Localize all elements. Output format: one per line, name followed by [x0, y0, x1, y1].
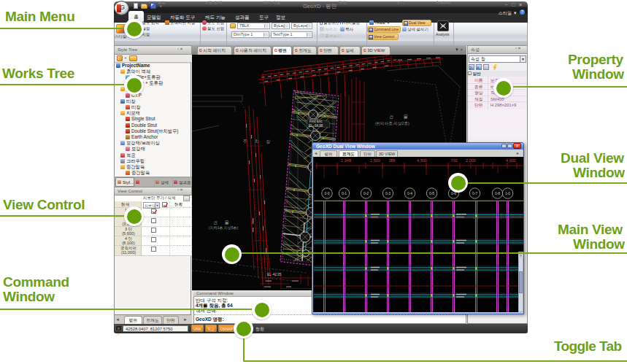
svg-text:0-2: 0-2 [363, 191, 369, 195]
svg-text:1-0: 1-0 [505, 191, 510, 195]
svg-text:0-4: 0-4 [407, 191, 412, 195]
svg-text:건 물: 건 물 [213, 220, 232, 225]
svg-text:0-8: 0-8 [495, 191, 500, 195]
svg-text:386: 386 [388, 158, 395, 163]
svg-text:First Exc: First Exc [309, 120, 323, 123]
svg-text:0-7: 0-7 [472, 191, 477, 195]
svg-text:건 물: 건 물 [389, 115, 412, 119]
svg-text:0-0: 0-0 [324, 191, 329, 195]
svg-text:(지하1층,지상5층): (지하1층,지상5층) [209, 225, 239, 230]
svg-text:4,600: 4,600 [506, 158, 516, 163]
svg-text:4,500: 4,500 [417, 158, 427, 163]
svg-text:2,348: 2,348 [341, 158, 351, 163]
svg-text:0-3: 0-3 [385, 191, 391, 195]
svg-text:EL -34.98: EL -34.98 [309, 124, 323, 128]
svg-text:0-1: 0-1 [342, 191, 347, 195]
svg-text:700: 700 [450, 158, 457, 163]
svg-text:0-5: 0-5 [429, 191, 434, 195]
svg-text:EL -42.05: EL -42.05 [267, 273, 282, 276]
svg-text:2,500: 2,500 [370, 158, 380, 163]
svg-text:(반지하층,지상2층): (반지하층,지상2층) [375, 121, 409, 126]
svg-text:2,000: 2,000 [466, 158, 476, 163]
